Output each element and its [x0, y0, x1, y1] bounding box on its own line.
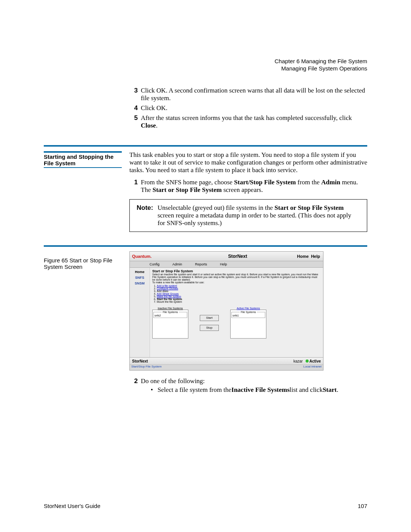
- panel-desc: Select an inactive file system and start…: [152, 273, 321, 281]
- panel-steps: Add a file system Configure Globals Add …: [152, 284, 321, 303]
- start-button[interactable]: Start: [200, 315, 219, 321]
- inactive-list[interactable]: File Systemssnfs2: [152, 310, 188, 339]
- footer-page: 107: [358, 503, 367, 509]
- step-5: 5After the status screen informs you tha…: [129, 114, 367, 129]
- screenshot: Quantum. StorNext Home Help Config Admin…: [129, 251, 323, 371]
- nav-home[interactable]: Home: [130, 270, 150, 274]
- step-3: 3Click OK. A second confirmation screen …: [129, 87, 367, 102]
- inactive-item[interactable]: snfs2: [155, 314, 161, 317]
- app-title: StorNext: [178, 254, 297, 259]
- step-1-choose: 1From the SNFS home page, choose Start/S…: [129, 179, 367, 194]
- menu-config[interactable]: Config: [150, 262, 159, 266]
- brand-logo: Quantum.: [130, 254, 151, 259]
- panel-link-make[interactable]: Make the file system: [157, 295, 181, 298]
- section-intro: This task enables you to start or stop a…: [129, 151, 367, 174]
- shot-main: Start or Stop File System Select an inac…: [150, 268, 323, 357]
- figure-divider: [44, 245, 367, 247]
- help-link[interactable]: Help: [311, 254, 320, 259]
- nav-snfs[interactable]: SNFS: [130, 276, 150, 280]
- nav-snsm[interactable]: SNSM: [130, 281, 150, 285]
- page-footer: StorNext User's Guide 107: [44, 503, 367, 509]
- panel-text-disks: Add disks: [157, 290, 168, 292]
- host-label: kazar: [293, 359, 303, 363]
- steps-list-a: 3Click OK. A second confirmation screen …: [129, 87, 367, 129]
- inactive-label: Inactive File Systems: [152, 307, 188, 310]
- shot-taskbar: Start/Stop File System Local intranet: [130, 364, 323, 370]
- panel-link-stripe[interactable]: Add Stripe Groups: [157, 292, 179, 295]
- panel-title: Start or Stop File System: [152, 269, 321, 273]
- shot-titlebar: Quantum. StorNext Home Help: [130, 252, 323, 261]
- menu-reports[interactable]: Reports: [195, 262, 207, 266]
- bullet-select-inactive: Select a file system from the Inactive F…: [151, 386, 367, 394]
- page-header: Chapter 6 Managing the File System Manag…: [44, 58, 367, 72]
- home-link[interactable]: Home: [297, 254, 309, 259]
- step-4: 4Click OK.: [129, 104, 367, 112]
- step-2: 2 Do one of the following: Select a file…: [129, 377, 367, 396]
- status-dot-icon: [306, 359, 309, 363]
- stop-button[interactable]: Stop: [200, 325, 219, 331]
- note-label: Note:: [137, 204, 158, 227]
- header-section: Managing File System Operations: [44, 65, 367, 72]
- header-chapter: Chapter 6 Managing the File System: [44, 58, 367, 64]
- note-box: Note: Unselectable (greyed out) file sys…: [129, 199, 367, 232]
- active-item[interactable]: snfs1: [233, 314, 239, 317]
- figure-caption: Figure 65 Start or Stop File System Scre…: [44, 257, 122, 270]
- panel-text-mount: Mount the file system: [157, 300, 182, 303]
- shot-statusbar: StorNext kazar Active: [130, 357, 323, 364]
- status-text: Active: [309, 359, 321, 363]
- section-divider: [44, 145, 367, 147]
- active-label: Active File Systems: [230, 307, 266, 310]
- panel-leadin: To make a new file system available for …: [152, 281, 321, 284]
- active-list[interactable]: File Systemssnfs1: [230, 310, 266, 339]
- shot-sidebar: Home SNFS SNSM: [130, 268, 150, 357]
- footer-guide: StorNext User's Guide: [44, 503, 100, 509]
- section-heading: Starting and Stopping the File System: [44, 151, 122, 168]
- panel-link-globals[interactable]: Configure Globals: [157, 287, 178, 290]
- shot-menubar: Config Admin Reports Help: [130, 261, 323, 268]
- panel-link-add-fs[interactable]: Add a file system: [157, 284, 177, 287]
- panel-text-start: Start the file system: [157, 298, 182, 300]
- menu-admin[interactable]: Admin: [172, 262, 182, 266]
- menu-help[interactable]: Help: [220, 262, 227, 266]
